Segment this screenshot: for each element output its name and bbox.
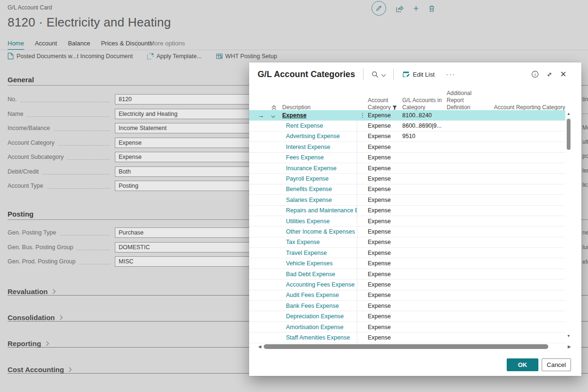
category-cell[interactable]: Expense [368,324,402,331]
description-cell[interactable]: Bank Fees Expense [282,301,357,311]
expand-chevron-cell[interactable] [272,324,282,331]
field-value-input[interactable]: Expense [115,138,255,148]
table-row[interactable]: → Salaries Expense ⋮ Expense [249,195,565,205]
category-cell[interactable]: Expense [368,154,402,161]
description-cell[interactable]: Rent Expense [282,121,357,131]
edit-button[interactable] [372,1,386,16]
description-cell[interactable]: Utilities Expense [282,216,357,226]
expand-icon[interactable] [546,71,553,78]
tab[interactable]: Balance [68,40,90,49]
category-cell[interactable]: Expense [368,175,402,182]
expand-chevron-cell[interactable] [272,303,282,309]
table-row[interactable]: → Advertising Expense ⋮ Expense 9510 [249,131,565,142]
category-cell[interactable]: Expense [368,260,402,267]
expand-chevron-cell[interactable] [272,154,282,161]
field-value-input[interactable]: Expense [115,152,255,162]
expand-chevron-cell[interactable] [272,313,282,320]
field-value-input[interactable]: 8120 [115,94,255,105]
column-header-additional[interactable]: Additional Report Definition [447,90,481,111]
description-cell[interactable]: Staff Amenities Expense [282,332,357,342]
vertical-scroll-thumb[interactable] [567,119,571,150]
table-row[interactable]: → Bad Debt Expense ⋮ Expense [249,269,565,279]
description-cell[interactable]: Depreciation Expense [282,311,357,321]
expand-chevron-cell[interactable] [272,175,282,182]
description-cell[interactable]: Benefits Expense [282,184,357,194]
cancel-button[interactable]: Cancel [542,358,571,371]
field-value-input[interactable]: Both [115,166,255,177]
field-value-input[interactable]: Posting [115,181,255,191]
expand-chevron-cell[interactable] [272,122,282,129]
horizontal-scrollbar[interactable]: ◀ ▶ [249,344,576,350]
table-row[interactable]: → Rent Expense ⋮ Expense 8600..8690|9... [249,121,565,131]
category-cell[interactable]: Expense [368,122,402,129]
field-value-input[interactable]: MISC [115,256,255,267]
expand-chevron-cell[interactable] [272,133,282,139]
category-cell[interactable]: Expense [368,281,402,288]
delete-button[interactable] [428,4,435,13]
table-row[interactable]: → Benefits Expense ⋮ Expense [249,184,565,195]
scroll-right-icon[interactable]: ▶ [568,344,571,349]
table-row[interactable]: → Vehicle Expenses ⋮ Expense [249,258,565,269]
description-cell[interactable]: Other Income & Expenses [282,226,357,236]
category-cell[interactable]: Expense [368,228,402,235]
vertical-scrollbar[interactable]: ▲ ▼ [566,110,571,343]
table-row[interactable]: → Interest Expense ⋮ Expense [249,142,565,152]
category-cell[interactable]: Expense [368,112,402,119]
table-row[interactable]: → Audit Fees Expense ⋮ Expense [249,290,565,301]
category-cell[interactable]: Expense [368,334,402,341]
table-row[interactable]: → Depreciation Expense ⋮ Expense [249,311,565,322]
table-row[interactable]: → Amortisation Expense ⋮ Expense [249,322,565,332]
category-cell[interactable]: Expense [368,313,402,320]
table-row[interactable]: → Repairs and Maintenance Ex... ⋮ Expens… [249,206,565,216]
edit-list-button[interactable]: Edit List [403,71,434,78]
category-cell[interactable]: Expense [368,144,402,150]
posted-documents-action[interactable]: Posted Documents w...t Incoming Document [8,52,133,60]
scroll-up-icon[interactable]: ▲ [567,112,571,116]
table-row[interactable]: → Other Income & Expenses ⋮ Expense [249,226,565,237]
table-row[interactable]: → Staff Amenities Expense ⋮ Expense [249,332,565,343]
expand-chevron-cell[interactable] [272,281,282,288]
expand-chevron-cell[interactable] [272,186,282,192]
description-cell[interactable]: Interest Expense [282,142,357,152]
description-cell[interactable]: Expense [282,110,357,120]
accounts-cell[interactable]: 8600..8690|9... [402,122,454,129]
scroll-left-icon[interactable]: ◀ [258,344,261,349]
expand-chevron-cell[interactable] [272,334,282,341]
share-button[interactable] [396,4,404,12]
add-button[interactable]: + [413,3,419,14]
accounts-cell[interactable]: 8100..8240 [402,112,454,119]
close-icon[interactable]: × [560,69,566,79]
category-cell[interactable]: Expense [368,292,402,298]
field-value-input[interactable]: DOMESTIC [115,242,255,253]
wht-posting-setup-action[interactable]: WHT Posting Setup [216,53,277,60]
row-options-icon[interactable]: ⋮ [357,112,368,119]
column-header-accounts[interactable]: G/L Accounts in Category [402,97,447,111]
expand-chevron-cell[interactable] [272,228,282,235]
search-button[interactable] [372,71,385,78]
category-cell[interactable]: Expense [368,186,402,192]
breadcrumb[interactable]: G/L Account Card [8,4,52,11]
table-row[interactable]: → Utilities Expense ⋮ Expense [249,216,565,226]
description-cell[interactable]: Repairs and Maintenance Ex... [282,206,357,216]
table-row[interactable]: → Expense ⋮ Expense 8100..8240 [249,110,565,121]
description-cell[interactable]: Vehicle Expenses [282,258,357,268]
general-section-title[interactable]: General [8,76,34,84]
description-cell[interactable]: Audit Fees Expense [282,290,357,300]
category-cell[interactable]: Expense [368,133,402,139]
tab[interactable]: Home [8,40,24,50]
description-cell[interactable]: Salaries Expense [282,195,357,205]
expand-chevron-cell[interactable] [272,218,282,225]
category-cell[interactable]: Expense [368,207,402,214]
expand-chevron-cell[interactable] [272,197,282,203]
category-cell[interactable]: Expense [368,218,402,225]
ok-button[interactable]: OK [507,358,538,371]
table-row[interactable]: → Payroll Expense ⋮ Expense [249,174,565,184]
apply-template-action[interactable]: Apply Template... [147,53,202,60]
column-header-category[interactable]: Account Category [368,97,402,111]
info-icon[interactable] [531,70,539,78]
field-value-input[interactable]: Income Statement [115,123,255,133]
table-row[interactable]: → Accounting Fees Expense ⋮ Expense [249,279,565,290]
description-cell[interactable]: Bad Debt Expense [282,269,357,279]
expand-chevron-cell[interactable] [272,260,282,267]
expand-chevron-cell[interactable] [272,112,282,119]
